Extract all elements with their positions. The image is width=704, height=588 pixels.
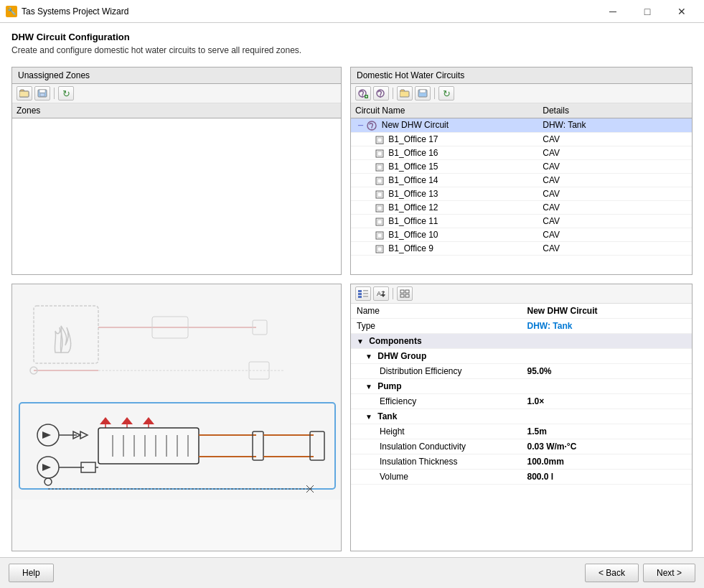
help-button[interactable]: Help (9, 564, 54, 582)
svg-rect-29 (376, 218, 383, 225)
svg-rect-86 (358, 296, 362, 298)
props-group-header: ▼ DHW Group (351, 349, 692, 364)
prop-value-cell: New DHW Circuit (522, 304, 693, 319)
circuit-name-col: Circuit Name (351, 103, 538, 118)
minimize-button[interactable]: ─ (596, 0, 629, 23)
props-section-header: ▼ Components (351, 334, 692, 349)
chevron-icon: ▼ (357, 337, 364, 345)
svg-rect-82 (358, 290, 362, 292)
prop-name-cell: Insulation Conductivity (351, 439, 522, 454)
svg-rect-17 (376, 136, 383, 144)
dhw-circuit-row[interactable]: B1_Office 16CAV (351, 146, 692, 159)
dhw-circuits-body: ─ New DHW CircuitDHW: Tank B1_Office 17C… (351, 118, 692, 256)
circuit-details-cell: CAV (538, 159, 692, 173)
prop-name-cell: Type (351, 319, 522, 334)
svg-rect-34 (377, 247, 382, 251)
dhw-circuits-table: Circuit Name Details ─ New DHW CircuitDH… (351, 103, 692, 256)
svg-point-16 (372, 129, 373, 131)
dhw-save-btn[interactable] (415, 86, 431, 101)
circuit-name-cell: B1_Office 16 (351, 146, 538, 159)
page-subtitle: Create and configure domestic hot water … (11, 45, 693, 55)
dhw-circuit-row[interactable]: B1_Office 11CAV (351, 214, 692, 228)
back-button[interactable]: < Back (585, 564, 639, 582)
properties-panel: AZ NameNe (350, 284, 693, 551)
dhw-circuit-row[interactable]: B1_Office 9CAV (351, 241, 692, 255)
window-controls: ─ □ ✕ (596, 0, 698, 23)
close-button[interactable]: ✕ (665, 0, 698, 23)
dhw-circuit-row[interactable]: B1_Office 12CAV (351, 200, 692, 214)
prop-value-cell: 1.0× (522, 394, 693, 409)
zones-open-folder-btn[interactable] (17, 86, 32, 101)
dhw-circuit-row[interactable]: B1_Office 10CAV (351, 228, 692, 241)
prop-value-cell: 800.0 l (522, 470, 693, 485)
circuit-details-cell: CAV (538, 200, 692, 214)
svg-rect-19 (376, 150, 383, 157)
diagram-panel (11, 284, 342, 551)
props-list-btn[interactable] (355, 286, 371, 301)
props-row: ▼ Pump (351, 379, 692, 394)
circuit-details-cell: CAV (538, 132, 692, 146)
props-row: NameNew DHW Circuit (351, 304, 692, 319)
dhw-circuit-row[interactable]: ─ New DHW CircuitDHW: Tank (351, 118, 692, 133)
bottom-row: AZ NameNe (11, 284, 693, 551)
dhw-circuit-row[interactable]: B1_Office 17CAV (351, 132, 692, 146)
props-group-header: ▼ Tank (351, 409, 692, 424)
props-sort-btn[interactable]: AZ (373, 286, 389, 301)
dhw-refresh-btn[interactable]: ↻ (438, 86, 454, 101)
svg-rect-87 (363, 296, 368, 297)
footer-right: < Back Next > (585, 564, 695, 582)
zones-content[interactable]: Zones (12, 103, 341, 269)
chevron-icon: ▼ (365, 383, 372, 391)
svg-rect-14 (420, 90, 426, 93)
svg-rect-27 (376, 205, 383, 212)
title-bar: 🔧 Tas Systems Project Wizard ─ □ ✕ (0, 0, 704, 23)
props-grid-btn[interactable] (397, 286, 413, 301)
svg-rect-85 (363, 293, 368, 294)
svg-rect-91 (400, 290, 404, 293)
svg-point-11 (380, 96, 381, 98)
zones-table: Zones (12, 103, 341, 118)
window-title: Tas Systems Project Wizard (22, 6, 596, 17)
svg-rect-1 (19, 91, 29, 97)
props-row: Height1.5m (351, 424, 692, 439)
svg-rect-58 (98, 428, 199, 464)
dhw-circuits-content[interactable]: Circuit Name Details ─ New DHW CircuitDH… (351, 103, 692, 269)
circuit-details-cell: CAV (538, 146, 692, 159)
circuit-name-cell: B1_Office 9 (351, 241, 538, 255)
svg-rect-12 (400, 91, 409, 97)
circuit-name-cell: B1_Office 14 (351, 173, 538, 187)
main-content: DHW Circuit Configuration Create and con… (0, 23, 704, 588)
svg-point-6 (362, 96, 363, 98)
prop-value-cell: DHW: Tank (522, 319, 693, 334)
dhw-open-btn[interactable] (397, 86, 413, 101)
svg-rect-32 (377, 233, 382, 238)
maximize-button[interactable]: □ (631, 0, 664, 23)
dhw-circuit-options-btn[interactable] (373, 86, 389, 101)
svg-rect-84 (358, 293, 362, 295)
circuit-details-cell: CAV (538, 214, 692, 228)
svg-rect-28 (377, 206, 382, 210)
dhw-circuit-row[interactable]: B1_Office 13CAV (351, 187, 692, 200)
zones-refresh-btn[interactable]: ↻ (58, 86, 74, 101)
circuit-name-cell: B1_Office 10 (351, 228, 538, 241)
dhw-toolbar-sep2 (434, 88, 435, 99)
zones-save-btn[interactable] (34, 86, 50, 101)
top-panels-row: Unassigned Zones ↻ Zones (11, 67, 693, 275)
svg-rect-92 (405, 290, 409, 293)
props-toolbar: AZ (351, 284, 692, 304)
zones-col-header: Zones (12, 103, 341, 118)
svg-rect-24 (377, 179, 382, 183)
circuit-details-cell: CAV (538, 241, 692, 255)
prop-value-cell: 1.5m (522, 424, 693, 439)
dhw-circuit-row[interactable]: B1_Office 14CAV (351, 173, 692, 187)
next-button[interactable]: Next > (643, 564, 695, 582)
circuit-details-cell: CAV (538, 228, 692, 241)
page-title: DHW Circuit Configuration (11, 32, 693, 42)
unassigned-zones-panel: Unassigned Zones ↻ Zones (11, 67, 342, 275)
props-content[interactable]: NameNew DHW CircuitTypeDHW: Tank▼ Compon… (351, 304, 692, 551)
props-group-header: ▼ Pump (351, 379, 692, 394)
circuit-details-cell: CAV (538, 173, 692, 187)
dhw-circuit-row[interactable]: B1_Office 15CAV (351, 159, 692, 173)
dhw-add-circuit-btn[interactable] (355, 86, 371, 101)
circuit-name-cell: B1_Office 13 (351, 187, 538, 200)
